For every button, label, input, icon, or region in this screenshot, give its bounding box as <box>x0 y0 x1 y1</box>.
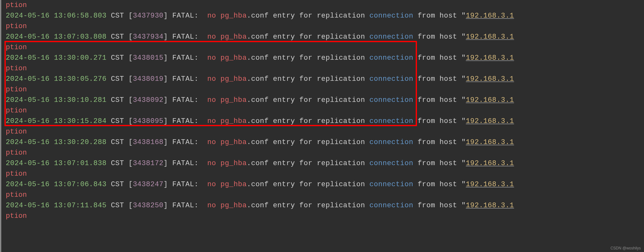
timestamp: 2024-05-16 13:06:58.803 <box>6 12 106 20</box>
conf-entry-text: .conf entry <box>247 75 295 83</box>
ip-address: 192.168.3.1 <box>466 202 514 210</box>
timestamp: 2024-05-16 13:30:15.284 <box>6 117 106 125</box>
keyword-no: no <box>207 117 216 125</box>
connection-keyword: connection <box>369 33 413 41</box>
process-id: 3438095 <box>133 117 163 125</box>
from-host-text: from host <box>418 54 457 62</box>
bracket-open: [ <box>129 159 133 167</box>
conf-entry-text: .conf entry <box>247 12 295 20</box>
log-entry: 2024-05-16 13:30:15.284 CST [3438095] FA… <box>6 116 644 126</box>
quote: " <box>461 96 466 104</box>
pghba-ref: pg_hba <box>220 138 247 146</box>
connection-keyword: connection <box>369 75 413 83</box>
conf-entry-text: .conf entry <box>247 180 295 188</box>
bracket-open: [ <box>129 75 133 83</box>
log-output[interactable]: ption 2024-05-16 13:06:58.803 CST [34379… <box>1 0 644 221</box>
quote: " <box>461 75 466 83</box>
timezone: CST <box>111 117 124 125</box>
log-entry: 2024-05-16 13:30:20.288 CST [3438168] FA… <box>6 137 644 148</box>
bracket-close: ] <box>163 54 168 62</box>
for-replication-text: for replication <box>299 75 365 83</box>
connection-keyword: connection <box>369 138 413 146</box>
conf-entry-text: .conf entry <box>247 202 295 210</box>
timestamp: 2024-05-16 13:07:11.845 <box>6 202 106 210</box>
for-replication-text: for replication <box>299 180 365 188</box>
log-wrap-fragment: ption <box>6 169 644 179</box>
bracket-open: [ <box>129 33 133 41</box>
bracket-close: ] <box>163 12 168 20</box>
connection-keyword: connection <box>369 202 413 210</box>
quote: " <box>461 159 466 167</box>
quote: " <box>461 12 466 20</box>
from-host-text: from host <box>418 117 457 125</box>
from-host-text: from host <box>418 12 457 20</box>
bracket-close: ] <box>163 202 168 210</box>
ip-address: 192.168.3.1 <box>466 96 514 104</box>
keyword-no: no <box>207 202 216 210</box>
bracket-open: [ <box>129 12 133 20</box>
ip-address: 192.168.3.1 <box>466 12 514 20</box>
timezone: CST <box>111 159 124 167</box>
quote: " <box>461 117 466 125</box>
connection-keyword: connection <box>369 159 413 167</box>
bracket-close: ] <box>163 96 168 104</box>
pghba-ref: pg_hba <box>220 75 247 83</box>
timestamp: 2024-05-16 13:07:03.808 <box>6 33 106 41</box>
keyword-no: no <box>207 75 216 83</box>
process-id: 3437934 <box>133 33 163 41</box>
ip-address: 192.168.3.1 <box>466 138 514 146</box>
pghba-ref: pg_hba <box>220 180 247 188</box>
bracket-close: ] <box>163 117 168 125</box>
from-host-text: from host <box>418 159 457 167</box>
conf-entry-text: .conf entry <box>247 96 295 104</box>
bracket-open: [ <box>129 138 133 146</box>
log-wrap-fragment: ption <box>6 0 644 11</box>
process-id: 3438168 <box>133 138 163 146</box>
log-level: FATAL: <box>172 202 199 210</box>
bracket-open: [ <box>129 117 133 125</box>
log-level: FATAL: <box>172 117 199 125</box>
connection-keyword: connection <box>369 180 413 188</box>
log-entry: 2024-05-16 13:07:11.845 CST [3438250] FA… <box>6 200 644 211</box>
log-entry: 2024-05-16 13:07:06.843 CST [3438247] FA… <box>6 179 644 190</box>
from-host-text: from host <box>418 96 457 104</box>
timestamp: 2024-05-16 13:30:00.271 <box>6 54 106 62</box>
log-level: FATAL: <box>172 180 199 188</box>
conf-entry-text: .conf entry <box>247 159 295 167</box>
for-replication-text: for replication <box>299 202 365 210</box>
timezone: CST <box>111 96 124 104</box>
conf-entry-text: .conf entry <box>247 54 295 62</box>
bracket-open: [ <box>129 202 133 210</box>
ip-address: 192.168.3.1 <box>466 117 514 125</box>
log-level: FATAL: <box>172 75 199 83</box>
for-replication-text: for replication <box>299 54 365 62</box>
ip-address: 192.168.3.1 <box>466 159 514 167</box>
conf-entry-text: .conf entry <box>247 138 295 146</box>
bracket-close: ] <box>163 159 168 167</box>
bracket-close: ] <box>163 180 168 188</box>
for-replication-text: for replication <box>299 117 365 125</box>
quote: " <box>461 138 466 146</box>
bracket-close: ] <box>163 75 168 83</box>
ip-address: 192.168.3.1 <box>466 33 514 41</box>
for-replication-text: for replication <box>299 138 365 146</box>
log-wrap-fragment: ption <box>6 21 644 32</box>
process-id: 3438247 <box>133 180 163 188</box>
timezone: CST <box>111 202 124 210</box>
log-wrap-fragment: ption <box>6 42 644 53</box>
keyword-no: no <box>207 12 216 20</box>
log-entry: 2024-05-16 13:30:10.281 CST [3438092] FA… <box>6 95 644 105</box>
conf-entry-text: .conf entry <box>247 117 295 125</box>
keyword-no: no <box>207 159 216 167</box>
timezone: CST <box>111 180 124 188</box>
log-entry: 2024-05-16 13:30:00.271 CST [3438015] FA… <box>6 53 644 63</box>
log-wrap-fragment: ption <box>6 190 644 200</box>
log-level: FATAL: <box>172 33 199 41</box>
pghba-ref: pg_hba <box>220 202 247 210</box>
process-id: 3437930 <box>133 12 163 20</box>
timezone: CST <box>111 12 124 20</box>
timestamp: 2024-05-16 13:30:20.288 <box>6 138 106 146</box>
keyword-no: no <box>207 33 216 41</box>
log-level: FATAL: <box>172 96 199 104</box>
timezone: CST <box>111 33 124 41</box>
